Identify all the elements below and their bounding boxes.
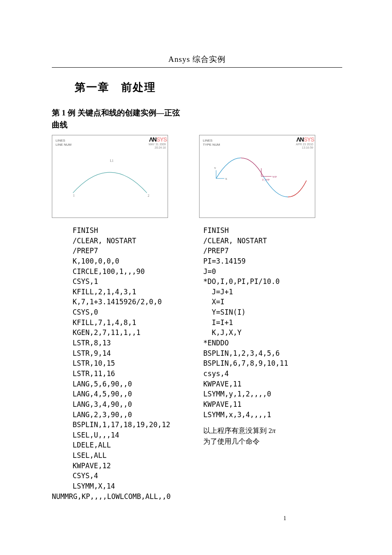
code-left-line: LDELE,ALL: [73, 441, 111, 449]
header-rule: [52, 67, 342, 68]
note-line-2: 为了使用几个命令: [203, 438, 260, 445]
code-right-line: K,J,X,Y: [203, 328, 241, 337]
code-right-line: I=I+1: [203, 318, 233, 327]
code-right-line: *DO,I,0,PI,PI/10.0: [203, 277, 280, 286]
code-left-line: LSEL,U,,,14: [73, 431, 119, 439]
header: Ansys 综合实例: [52, 54, 342, 68]
code-right-line: KWPAVE,11: [203, 380, 241, 388]
code-left-line: KFILL,2,1,4,3,1: [73, 288, 136, 296]
code-left-line: NUMMRG,KP,,,,LOWLCOMB,ALL,,0: [52, 492, 171, 501]
code-right-line: X=I: [203, 298, 224, 306]
code-right-line: csys,4: [203, 369, 229, 378]
code-block-left: FINISH /CLEAR, NOSTART /PREP7 K,100,0,0,…: [73, 225, 176, 501]
code-right-line: LSYMM,x,3,4,,,,1: [203, 411, 271, 419]
code-left-line: CSYS,0: [73, 308, 98, 316]
code-left-line: LSTR,8,13: [73, 339, 111, 347]
code-left-line: LANG,2,3,90,,0: [73, 411, 132, 419]
two-column-layout: LINES LINE NUM ΛNSYS MAY 31 2009 20:24:1…: [52, 135, 342, 501]
code-right-line: PI=3.14159: [203, 257, 246, 265]
page-number: 1: [283, 515, 286, 522]
axis-y-label: Y: [214, 166, 216, 169]
left-column: LINES LINE NUM ΛNSYS MAY 31 2009 20:24:1…: [52, 135, 176, 501]
figure-1-pt-left: 1: [73, 194, 75, 198]
code-left-line: LSTR,10,15: [73, 359, 115, 367]
code-right-line: /CLEAR, NOSTART: [203, 237, 267, 245]
figure-1-pt-right: 2: [148, 194, 149, 198]
code-block-right: FINISH /CLEAR, NOSTART /PREP7 PI=3.14159…: [203, 225, 324, 420]
code-left-line: LANG,3,4,90,,0: [73, 400, 132, 408]
chapter-title: 第一章 前处理: [75, 80, 342, 95]
code-left-line: /PREP7: [73, 247, 98, 255]
code-left-line: LANG,4,5,90,,0: [73, 390, 132, 398]
pi-symbol: π: [272, 427, 276, 435]
code-right-line: KWPAVE,11: [203, 400, 241, 408]
code-right-line: BSPLIN,1,2,3,4,5,6: [203, 349, 280, 357]
figure-2-plot: X Y Z_WP WP: [200, 135, 315, 218]
note-text: 以上程序有意没算到 2π 为了使用几个命令: [203, 425, 324, 447]
figure-1-plot: 1 2 L1: [52, 135, 168, 218]
note-line-1a: 以上程序有意没算到 2: [203, 427, 272, 435]
code-left-line: KGEN,2,7,11,1,,1: [73, 328, 141, 337]
code-right-line: FINISH: [203, 226, 229, 235]
code-left-line: LSEL,ALL: [73, 451, 107, 460]
code-left-line: LSTR,9,14: [73, 349, 111, 357]
code-left-line: KFILL,7,1,4,8,1: [73, 318, 136, 327]
example-title: 第 1 例 关键点和线的创建实例—正弦曲线: [52, 107, 185, 131]
code-right-line: J=J+1: [203, 288, 233, 296]
code-left-line: CSYS,4: [73, 472, 98, 480]
code-right-line: J=0: [203, 267, 216, 276]
code-left-line: K,7,1+3.1415926/2,0,0: [73, 298, 162, 306]
code-left-line: LSTR,11,16: [73, 369, 115, 378]
code-left-line: CSYS,1: [73, 277, 98, 286]
code-right-line: /PREP7: [203, 247, 229, 255]
running-head: Ansys 综合实例: [52, 54, 342, 65]
code-left-line: K,100,0,0,0: [73, 257, 119, 265]
code-right-line: *ENDDO: [203, 339, 229, 347]
axis-wp-x: WP: [273, 175, 277, 178]
document-page: Ansys 综合实例 第一章 前处理 第 1 例 关键点和线的创建实例—正弦曲线…: [0, 0, 392, 555]
figure-2: LINES TYPE NUM ΛNSYS APR 23 2010 13:16:5…: [199, 135, 315, 218]
code-left-line: BSPLIN,1,17,18,19,20,12: [73, 421, 170, 429]
right-column: LINES TYPE NUM ΛNSYS APR 23 2010 13:16:5…: [199, 135, 324, 447]
code-left-line: CIRCLE,100,1,,,90: [73, 267, 145, 276]
code-left-line: LSYMM,X,14: [73, 482, 115, 490]
code-right-line: LSYMM,y,1,2,,,,0: [203, 390, 271, 398]
code-left-line: LANG,5,6,90,,0: [73, 380, 132, 388]
code-left-line: FINISH: [73, 226, 98, 235]
axis-x-label: X: [225, 177, 227, 180]
code-right-line: Y=SIN(I): [203, 308, 246, 316]
figure-1: LINES LINE NUM ΛNSYS MAY 31 2009 20:24:1…: [52, 135, 168, 218]
code-right-line: BSPLIN,6,7,8,9,10,11: [203, 359, 288, 367]
figure-1-line-label: L1: [110, 159, 114, 163]
code-left-line: /CLEAR, NOSTART: [73, 237, 136, 245]
code-left-line: KWPAVE,12: [73, 462, 111, 470]
